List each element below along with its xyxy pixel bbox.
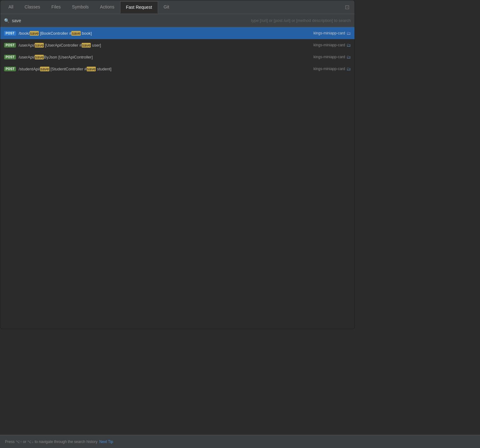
tab-all[interactable]: All xyxy=(3,1,19,13)
tab-fast-request[interactable]: Fast Request xyxy=(120,1,158,13)
tab-actions[interactable]: Actions xyxy=(94,1,120,13)
window-icon[interactable]: ⊡ xyxy=(342,3,352,12)
copy-icon[interactable]: 🗂 xyxy=(346,54,351,59)
copy-icon[interactable]: 🗂 xyxy=(346,31,351,36)
search-input[interactable] xyxy=(12,18,49,23)
route-text: /studentApi/save [StudentController #sav… xyxy=(18,67,309,71)
search-placeholder: type [/url] or [post /url] or [method de… xyxy=(251,18,351,23)
search-bar: 🔍 type [/url] or [post /url] or [method … xyxy=(0,14,355,27)
table-row[interactable]: POST /userApi/saveByJson [UserApiControl… xyxy=(0,51,355,63)
project-info: kings-miniapp-card 🗂 xyxy=(314,43,351,48)
route-text: /book/save [BookController #save book] xyxy=(18,31,309,36)
table-row[interactable]: POST /book/save [BookController #save bo… xyxy=(0,27,355,39)
tab-classes[interactable]: Classes xyxy=(19,1,46,13)
route-text: /userApi/save [UserApiController #save u… xyxy=(18,43,309,48)
project-name: kings-miniapp-card xyxy=(314,67,345,71)
method-badge: POST xyxy=(4,55,16,59)
table-row[interactable]: POST /studentApi/save [StudentController… xyxy=(0,63,355,75)
copy-icon[interactable]: 🗂 xyxy=(346,66,351,71)
project-name: kings-miniapp-card xyxy=(314,55,345,59)
method-badge: POST xyxy=(4,67,16,71)
project-info: kings-miniapp-card 🗂 xyxy=(314,31,351,36)
project-name: kings-miniapp-card xyxy=(314,43,345,47)
search-icon: 🔍 xyxy=(4,18,9,23)
table-row[interactable]: POST /userApi/save [UserApiController #s… xyxy=(0,39,355,51)
method-badge: POST xyxy=(4,31,16,36)
results-container: POST /book/save [BookController #save bo… xyxy=(0,27,355,329)
tab-git[interactable]: Git xyxy=(158,1,175,13)
method-badge: POST xyxy=(4,43,16,48)
route-text: /userApi/saveByJson [UserApiController] xyxy=(18,55,309,59)
copy-icon[interactable]: 🗂 xyxy=(346,43,351,48)
results-list: POST /book/save [BookController #save bo… xyxy=(0,27,355,75)
tab-files[interactable]: Files xyxy=(46,1,66,13)
project-info: kings-miniapp-card 🗂 xyxy=(314,66,351,71)
project-name: kings-miniapp-card xyxy=(314,31,345,35)
main-content: 🔍 type [/url] or [post /url] or [method … xyxy=(0,14,355,329)
tab-symbols[interactable]: Symbols xyxy=(66,1,94,13)
tab-bar: All Classes Files Symbols Actions Fast R… xyxy=(0,0,355,14)
project-info: kings-miniapp-card 🗂 xyxy=(314,54,351,59)
